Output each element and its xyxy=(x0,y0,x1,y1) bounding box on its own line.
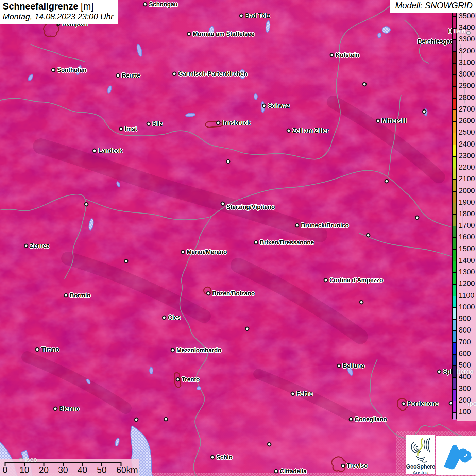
colorbar-tick xyxy=(453,214,456,215)
colorbar-segment xyxy=(453,86,456,98)
colorbar-segment xyxy=(453,250,456,261)
city-label: Bozen/Bolzano xyxy=(212,290,255,297)
colorbar-segment xyxy=(453,366,456,377)
city-dot-icon xyxy=(176,377,180,382)
colorbar-tick xyxy=(453,203,456,203)
page-title: Schneefallgrenze [m] xyxy=(3,1,114,12)
city-dot-icon xyxy=(341,464,345,468)
partner-logo-box xyxy=(436,436,476,475)
colorbar-tick xyxy=(453,109,456,110)
city-label-faded: Iseo xyxy=(25,456,37,463)
city-dot-icon xyxy=(124,259,129,264)
colorbar-segment xyxy=(453,98,456,110)
city-label: Landeck xyxy=(98,147,122,154)
colorbar-segment xyxy=(453,133,456,144)
city-label: Schwaz xyxy=(268,102,290,109)
colorbar-segment xyxy=(453,156,456,168)
colorbar-segment xyxy=(453,75,456,86)
city-label: Schongau xyxy=(149,1,178,8)
city-dot-icon xyxy=(84,202,89,207)
colorbar-tick xyxy=(453,133,456,133)
city-dot-icon xyxy=(239,14,244,18)
colorbar-segment xyxy=(453,308,456,319)
colorbar-segment xyxy=(453,261,456,273)
colorbar-segment xyxy=(453,17,456,28)
distance-scalebar: 0102030405060km xyxy=(0,459,139,476)
city-dot-icon xyxy=(143,2,148,7)
colorbar-tick xyxy=(453,237,456,238)
city-label: Brixen/Bressanone xyxy=(260,239,314,246)
colorbar-tick xyxy=(453,296,456,296)
city-label: Pordenone xyxy=(407,400,438,407)
panel-border-hint xyxy=(457,10,476,421)
colorbar-tick xyxy=(453,168,456,168)
city-label: Zell am Ziller xyxy=(292,127,329,134)
scalebar-label: 30 xyxy=(58,465,68,475)
colorbar-tick xyxy=(453,249,456,250)
city-label: Bruneck/Brunico xyxy=(301,222,349,229)
colorbar-segment xyxy=(453,52,456,63)
city-dot-icon xyxy=(51,68,56,72)
city-label: Reutte xyxy=(122,72,140,79)
geosphere-contour-icon xyxy=(406,436,435,464)
colorbar-tick xyxy=(453,121,456,122)
city-label: Murnau am Staffelsee xyxy=(193,31,254,38)
city-label: Schio xyxy=(216,454,233,461)
colorbar-tick xyxy=(453,86,456,87)
city-dot-icon xyxy=(64,293,68,298)
city-dot-icon xyxy=(216,121,221,125)
city-dot-icon xyxy=(330,53,334,57)
geosphere-logo-text: GeoSphere xyxy=(406,463,435,470)
colorbar-tick xyxy=(453,319,456,320)
city-dot-icon xyxy=(274,469,278,474)
colorbar-segment xyxy=(453,343,456,354)
mountain-cloud-icon xyxy=(436,436,476,475)
colorbar-segment xyxy=(453,226,456,238)
city-dot-icon xyxy=(402,402,406,406)
city-label: Garmisch-Partenkirchen xyxy=(178,70,247,78)
colorbar xyxy=(452,11,457,419)
colorbar-segment xyxy=(453,412,456,420)
scalebar-label: 50 xyxy=(97,465,107,475)
colorbar-segment xyxy=(453,145,456,156)
colorbar-segment xyxy=(453,331,456,342)
city-label: Zernez xyxy=(30,242,49,250)
city-label: Tirano xyxy=(41,346,59,353)
city-dot-icon xyxy=(92,149,97,153)
geosphere-logo-box: GeoSphere Austria xyxy=(406,435,435,474)
colorbar-segment xyxy=(453,40,456,51)
colorbar-panel xyxy=(457,10,476,421)
city-label: Bad Tölz xyxy=(245,12,270,19)
city-dot-icon xyxy=(162,316,167,320)
city-layer: SchongauBad TölzKemptenMurnau am Staffel… xyxy=(0,0,476,476)
colorbar-segment xyxy=(453,319,456,331)
city-dot-icon xyxy=(324,278,328,283)
scalebar-label: 10 xyxy=(19,465,29,475)
city-dot-icon xyxy=(35,347,40,352)
city-label: Cles xyxy=(168,314,181,321)
city-dot-icon xyxy=(254,240,258,245)
city-label: Kufstein xyxy=(336,52,359,59)
city-dot-icon xyxy=(349,417,353,422)
city-dot-icon xyxy=(147,122,151,126)
city-label: Innsbruck xyxy=(222,119,251,126)
colorbar-segment xyxy=(453,28,456,40)
colorbar-tick xyxy=(453,16,456,17)
city-label: Mezzolombardo xyxy=(176,347,221,354)
colorbar-segment xyxy=(453,63,456,75)
city-label: Silz xyxy=(152,120,163,128)
city-dot-icon xyxy=(337,364,341,368)
colorbar-segment xyxy=(453,273,456,284)
colorbar-segment xyxy=(453,284,456,296)
city-dot-icon xyxy=(362,82,367,87)
city-label: Belluno xyxy=(343,362,364,370)
city-dot-icon xyxy=(437,370,442,374)
city-label: Trento xyxy=(182,376,200,383)
colorbar-tick xyxy=(453,284,456,285)
city-dot-icon xyxy=(171,348,175,353)
colorbar-tick xyxy=(453,39,456,40)
city-label: Feltre xyxy=(296,390,313,397)
colorbar-tick xyxy=(453,412,456,413)
colorbar-tick xyxy=(453,272,456,273)
city-dot-icon xyxy=(221,202,225,206)
